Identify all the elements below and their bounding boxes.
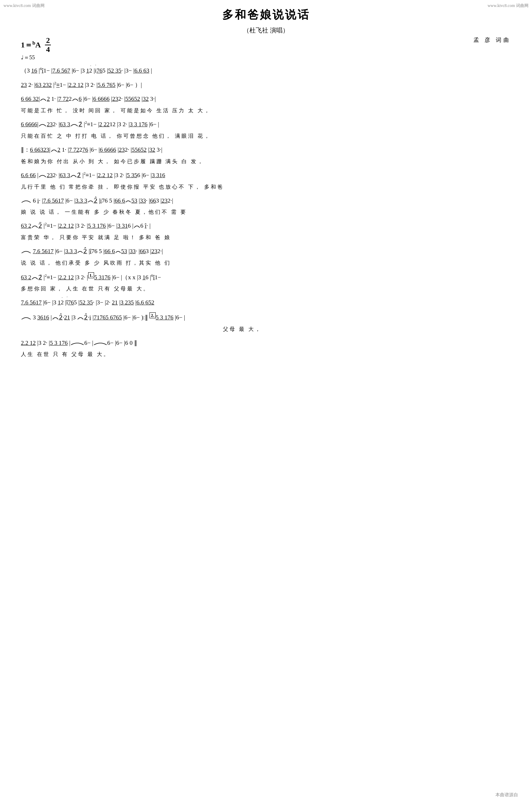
score-row-13: 2.2 12 |3 2· |5 3 176 |6− |6− |6− |6 0 ‖	[21, 336, 511, 350]
score-row-7: 6 i· |7.6 5617 |6− |3.3 32̂ |i76 5 |66 6…	[21, 194, 511, 208]
lyrics-row-10: 多想你回 家， 人生 在世 只有 父母最 大。	[21, 284, 511, 293]
lyrics-row-9: 说 说 话， 他们承受 多 少 风吹雨 打，其实 他 们	[21, 259, 511, 267]
score-row-4: 6 6666|232· |63 32̃ |2≡1− |2 2212 |3 2· …	[21, 117, 511, 132]
score-row-10: 63 22̃ |2≡1− |2.2 12 |3 2· |1.5 3176 |6−…	[21, 270, 511, 284]
key-time-line: 1＝bA 2 4	[21, 36, 51, 54]
watermark-top-right: www.ktvc8.com 词曲网	[487, 3, 529, 9]
score-row-12: 3 3616 |2̂·21 |3 2̂·i |71765 6765 |6− |6…	[21, 310, 511, 325]
watermark-top-left: www.ktvc8.com 词曲网	[3, 3, 45, 9]
key-label: 1＝bA	[21, 39, 41, 51]
watermark-bottom-right: 本曲谱源自	[495, 792, 518, 798]
score-row-1: （3 16 |6î1− |7.6 567 |6− |3 12· |i·765 |…	[21, 64, 511, 78]
subtitle: （杜飞社 演唱）	[21, 26, 511, 35]
page-title: 多和爸娘说说话	[21, 7, 511, 23]
score-row-5: ‖：6 66323|2 1· |7 72276 |6− |6 6666 |232…	[21, 143, 511, 157]
lyrics-row-7: 娘 说 说 话， 一生能有 多 少 春秋冬 夏，他们不 需 要	[21, 208, 511, 216]
score-row-8: 63 22̃ |2≡1− |2.2 12 |3 2· |5 3 176 |6− …	[21, 219, 511, 233]
tempo: ♩＝55	[21, 54, 51, 61]
score-row-6: 6.6 66 |232· |63 32̃ |2≡1− |2.2 12 |3 2·…	[21, 168, 511, 183]
score-row-2: 23 2· |63 232 |2≡1− |2.2 12 |3 2· |5.6 7…	[21, 78, 511, 92]
lyrics-row-13: 人生 在世 只 有 父母 最 大。	[21, 350, 511, 358]
score-row-11: 7.6 5617 |6− |3 12· |î·765 |52 35· |3− |…	[21, 296, 511, 310]
score-row-3: 6 66 32|2 1· |7 7226 |6− |6 6666 |232· |…	[21, 92, 511, 106]
lyrics-row-6: 儿行千里 他 们 常把你牵 挂， 即使你报 平安 也放心不 下， 多和爸	[21, 183, 511, 191]
lyrics-row-8: 富贵荣 华， 只要你 平安 就满 足 啦！ 多和 爸 娘	[21, 233, 511, 242]
lyrics-row-5: 爸和娘为你 付出 从小 到 大， 如今已步履 蹒跚 满头 白 发，	[21, 157, 511, 166]
lyrics-row-4: 只能在百忙 之 中 打打 电 话， 你可曾想念 他们， 满眼泪 花，	[21, 132, 511, 140]
author: 孟 彦 词曲	[473, 36, 511, 44]
score-row-9: 7.6 5617 |6− |3.3 32̂ |î76 5 |66 653 |33…	[21, 244, 511, 259]
lyrics-row-3: 可能是工作 忙， 没时 间回 家， 可能是如今 生活 压力 太 大，	[21, 106, 511, 115]
lyrics-row-12: 父母 最 大，	[21, 325, 511, 333]
